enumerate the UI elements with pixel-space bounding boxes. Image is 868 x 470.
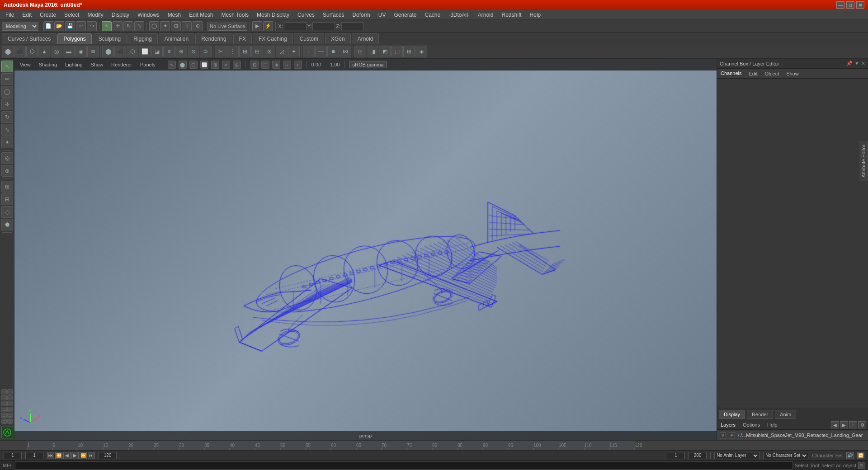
menu-arnold[interactable]: Arnold [474, 11, 497, 19]
icon-display-shaded[interactable]: ◨ [367, 46, 378, 57]
rotate-tool-button[interactable]: ↻ [123, 21, 133, 31]
icon-display-all-wire[interactable]: ⊞ [403, 46, 415, 57]
icon-small-6[interactable]: □ [7, 401, 13, 406]
menu-cache[interactable]: Cache [421, 11, 444, 19]
scale-tool[interactable]: ⤡ [1, 124, 13, 136]
viewport-lighting-menu[interactable]: Lighting [62, 61, 85, 68]
rotate-tool[interactable]: ↻ [1, 111, 13, 123]
play-back-button[interactable]: ◀ [63, 452, 71, 459]
viewport-panels-menu[interactable]: Panels [137, 61, 158, 68]
icon-small-4[interactable]: □ [7, 395, 13, 400]
icon-split[interactable]: ⋮ [227, 46, 239, 57]
icon-small-2[interactable]: □ [7, 389, 13, 395]
universal-manipulator[interactable]: ✦ [1, 136, 13, 148]
redo-button[interactable]: ↪ [87, 21, 97, 31]
channel-box-collapse[interactable]: ▼ [854, 61, 859, 66]
loop-button[interactable]: 🔁 [857, 452, 864, 459]
vp-icon-4[interactable]: ⬜ [200, 61, 208, 69]
menu-uv[interactable]: UV [375, 11, 390, 19]
play-forward-button[interactable]: ▶ [71, 452, 79, 459]
icon-quad[interactable]: ⊞ [1, 181, 13, 193]
menu-windows[interactable]: Windows [134, 11, 163, 19]
icon-uv-select[interactable]: ⋈ [340, 46, 351, 57]
menu-modify[interactable]: Modify [84, 11, 107, 19]
icon-small-11[interactable]: □ [1, 418, 7, 424]
anim-layer-select[interactable]: No Anim Layer [714, 452, 760, 459]
icon-disk[interactable]: ◉ [75, 46, 87, 57]
tab-fx[interactable]: FX [233, 33, 252, 44]
viewport-view-menu[interactable]: View [17, 61, 33, 68]
snap-point-button[interactable]: ⊕ [193, 21, 203, 31]
open-file-button[interactable]: 📂 [54, 21, 64, 31]
character-set-select[interactable]: No Character Set [763, 452, 808, 459]
skip-to-start-button[interactable]: ⏮ [47, 452, 54, 459]
menu-select[interactable]: Select [61, 11, 83, 19]
ipr-button[interactable]: ⚡ [263, 21, 273, 31]
menu-deform[interactable]: Deform [349, 11, 373, 19]
vp-icon-6[interactable]: ≡ [222, 61, 230, 69]
icon-vert-select[interactable]: · [303, 46, 315, 57]
vp-icon-12[interactable]: ↕ [294, 61, 302, 69]
menu-create[interactable]: Create [36, 11, 60, 19]
audio-button[interactable]: 🔊 [846, 452, 854, 459]
menu-curves[interactable]: Curves [294, 11, 318, 19]
window-controls[interactable]: — □ ✕ [836, 1, 864, 9]
command-input[interactable] [15, 461, 793, 470]
menu-edit[interactable]: Edit [19, 11, 35, 19]
maximize-button[interactable]: □ [846, 1, 854, 9]
channels-tab[interactable]: Channels [719, 70, 743, 77]
menu-mesh-display[interactable]: Mesh Display [253, 11, 293, 19]
move-tool-button[interactable]: ✛ [113, 21, 123, 31]
tab-sculpting[interactable]: Sculpting [93, 33, 127, 44]
show-manipulator[interactable]: ⊕ [1, 165, 13, 177]
vp-icon-10[interactable]: ⊕ [272, 61, 280, 69]
options-tab[interactable]: Options [741, 421, 762, 428]
tab-rendering[interactable]: Rendering [195, 33, 232, 44]
icon-display-shaded-wire[interactable]: ◩ [379, 46, 391, 57]
icon-offset[interactable]: ⊟ [251, 46, 263, 57]
icon-poly-sphere[interactable]: ⬤ [102, 46, 114, 57]
start-frame-input[interactable] [4, 452, 22, 459]
icon-bridge[interactable]: ≡ [163, 46, 175, 57]
layer-playback-check[interactable]: P [729, 432, 735, 438]
icon-small-9[interactable]: □ [1, 413, 7, 418]
layer-settings[interactable]: ⚙ [858, 421, 866, 428]
vp-icon-3[interactable]: ▢ [189, 61, 198, 69]
select-tool[interactable]: ↖ [1, 61, 13, 72]
z-input[interactable] [341, 22, 364, 30]
tab-custom[interactable]: Custom [294, 33, 324, 44]
lasso-button[interactable]: ◯ [149, 21, 159, 31]
icon-edge-select[interactable]: — [315, 46, 327, 57]
channel-box-close[interactable]: ✕ [861, 61, 865, 66]
viewport-shading-menu[interactable]: Shading [36, 61, 60, 68]
layer-row[interactable]: V P / /...Mitsubishi_SpaceJet_M90_Retrac… [717, 431, 868, 440]
menu-redshift[interactable]: Redshift [498, 11, 525, 19]
viewport[interactable]: View Shading Lighting Show Renderer Pane… [14, 59, 717, 440]
layer-visibility-check[interactable]: V [720, 432, 726, 438]
paint-button[interactable]: ✦ [160, 21, 170, 31]
vp-icon-7[interactable]: ◎ [233, 61, 241, 69]
object-tab[interactable]: Object [763, 70, 781, 77]
display-tab[interactable]: Display [719, 410, 745, 419]
tab-rigging[interactable]: Rigging [127, 33, 158, 44]
icon-small-8[interactable]: □ [7, 407, 13, 412]
snap-curve-button[interactable]: ⌇ [182, 21, 192, 31]
icon-display-wireframe[interactable]: ⊡ [354, 46, 366, 57]
current-frame-input[interactable] [25, 452, 43, 459]
snap-grid-button[interactable]: ⊞ [171, 21, 181, 31]
mode-select[interactable]: Modeling Rigging Animation FX Rendering [2, 22, 38, 31]
edit-tab[interactable]: Edit [747, 70, 759, 77]
icon-sphere[interactable]: ⬤ [2, 46, 14, 57]
vp-icon-5[interactable]: ⊞ [211, 61, 219, 69]
icon-display-texture[interactable]: ⬚ [391, 46, 403, 57]
icon-small-3[interactable]: □ [1, 395, 7, 400]
show-tab[interactable]: Show [784, 70, 801, 77]
range-end-input[interactable] [689, 452, 707, 459]
icon-fill-hole[interactable]: ⊜ [188, 46, 199, 57]
icon-poke[interactable]: ✦ [288, 46, 300, 57]
icon-display-xray[interactable]: ◈ [415, 46, 427, 57]
tab-fx-caching[interactable]: FX Caching [253, 33, 293, 44]
icon-helix[interactable]: ≋ [87, 46, 99, 57]
script-editor-button[interactable]: ≡ [858, 462, 865, 469]
layer-add[interactable]: + [849, 421, 857, 428]
